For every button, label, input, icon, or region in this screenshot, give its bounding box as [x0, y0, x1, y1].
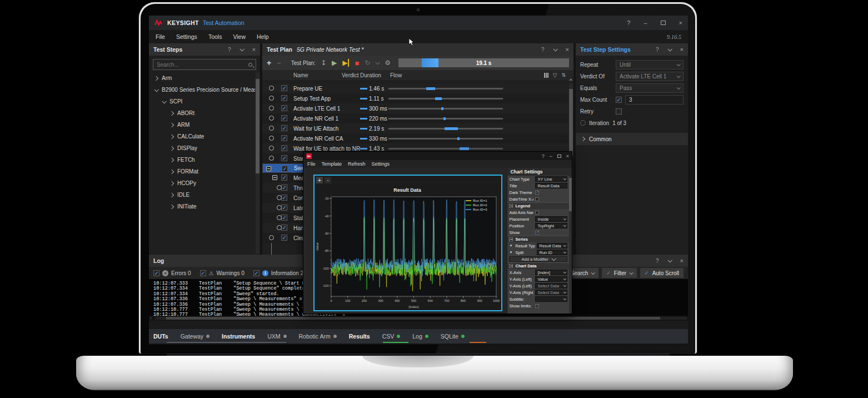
settings-section-legend[interactable]: Legend	[507, 202, 569, 209]
settings-section-chart-data[interactable]: Chart Data	[507, 262, 569, 269]
plan-row[interactable]: Activate NR Cell CA330 ms	[262, 133, 568, 143]
step-enabled-checkbox[interactable]	[281, 235, 287, 241]
step-node-icon[interactable]	[269, 106, 274, 111]
tree-scrollbar[interactable]	[256, 72, 260, 253]
panel-close-icon[interactable]: ×	[566, 46, 569, 53]
step-node-icon[interactable]	[269, 86, 274, 91]
step-enabled-checkbox[interactable]	[281, 135, 287, 141]
stop-icon[interactable]: ■	[355, 59, 359, 67]
step-node-icon[interactable]	[277, 195, 282, 200]
step-enabled-checkbox[interactable]	[281, 195, 287, 201]
settings-select[interactable]: XY Line	[535, 176, 567, 182]
step-enabled-checkbox[interactable]	[281, 155, 287, 161]
log-horizontal-scrollbar[interactable]: ‹	[149, 316, 688, 321]
chart-menu-settings[interactable]: Settings	[372, 161, 390, 167]
step-enabled-checkbox[interactable]	[281, 115, 287, 121]
settings-input[interactable]: Result Data	[535, 183, 567, 188]
plan-row[interactable]: Setup Test App1.11 s	[262, 93, 568, 103]
tree-item-hcopy[interactable]: HCOPy	[149, 177, 255, 189]
step-enabled-checkbox[interactable]	[281, 205, 287, 211]
panel-help-icon[interactable]: ?	[541, 47, 545, 53]
chevron-down-icon[interactable]	[376, 60, 380, 64]
status-gateway[interactable]: Gateway	[181, 333, 209, 340]
step-node-icon[interactable]	[277, 215, 282, 220]
maximize-icon[interactable]	[661, 21, 666, 25]
add-tab-button[interactable]: +	[316, 177, 323, 183]
help-icon[interactable]: ?	[542, 153, 545, 159]
filter-icon[interactable]: ▽	[553, 72, 557, 78]
settings-select[interactable]: Inside	[535, 216, 567, 222]
retry-checkbox[interactable]	[616, 108, 622, 115]
menu-tools[interactable]: Tools	[208, 33, 222, 40]
status-sqlite[interactable]: SQLite	[441, 333, 465, 340]
settings-checkbox[interactable]	[535, 211, 539, 215]
tree-item-scpi[interactable]: SCPI	[149, 96, 255, 107]
chart-menu-file[interactable]: File	[307, 161, 316, 167]
menu-view[interactable]: View	[233, 33, 246, 40]
chevron-right-icon[interactable]	[169, 204, 174, 208]
remove-step-button[interactable]: −	[277, 59, 281, 67]
collapse-icon[interactable]	[509, 264, 513, 268]
maximize-icon[interactable]	[557, 155, 561, 158]
gear-icon[interactable]: ⚙	[385, 59, 391, 67]
auto-scroll-toggle[interactable]: ✓Auto Scroll	[640, 268, 684, 278]
collapse-icon[interactable]	[509, 237, 513, 241]
tree-item-idle[interactable]: IDLE	[149, 189, 255, 201]
step-node-icon[interactable]	[269, 116, 274, 121]
collapse-node-icon[interactable]	[266, 166, 271, 171]
panel-help-icon[interactable]: ?	[656, 258, 659, 264]
equals-select[interactable]: Pass	[616, 83, 684, 93]
tree-item-fetch[interactable]: FETCh	[149, 154, 255, 166]
settings-checkbox[interactable]	[535, 231, 539, 235]
row-height-icon[interactable]: ⇅	[561, 72, 566, 78]
chevron-down-icon[interactable]	[667, 258, 672, 262]
max-count-input[interactable]	[625, 95, 684, 105]
chevron-down-icon[interactable]	[162, 99, 166, 103]
play-icon[interactable]: ▶	[332, 59, 337, 67]
tree-item-arm[interactable]: ARM	[149, 119, 255, 131]
log-filter-error[interactable]: ×Errors 0	[153, 270, 191, 276]
step-enabled-checkbox[interactable]	[281, 95, 287, 101]
step-node-icon[interactable]	[269, 235, 274, 240]
plan-row[interactable]: Activate NR Cell 1220 ms	[262, 113, 568, 123]
tree-item-initiate[interactable]: INITiate	[149, 201, 255, 212]
panel-close-icon[interactable]: ×	[680, 257, 684, 264]
menu-settings[interactable]: Settings	[176, 33, 197, 40]
settings-checkbox[interactable]	[535, 304, 539, 308]
step-enabled-checkbox[interactable]	[281, 145, 287, 151]
menu-help[interactable]: Help	[257, 33, 269, 40]
settings-section-series[interactable]: Series	[507, 236, 569, 242]
close-icon[interactable]: ×	[566, 153, 569, 159]
column-duration[interactable]: Duration	[360, 72, 381, 78]
step-node-icon[interactable]	[277, 185, 282, 190]
close-icon[interactable]: ×	[679, 19, 682, 26]
settings-checkbox[interactable]	[535, 197, 539, 201]
chart-window-titlebar[interactable]: ? – ×	[303, 152, 572, 160]
step-enabled-checkbox[interactable]	[281, 105, 287, 111]
filter-funnel-icon[interactable]: ▼	[509, 244, 513, 247]
export-icon[interactable]: ↧	[321, 59, 326, 67]
status-csv[interactable]: CSV	[382, 333, 401, 340]
step-enabled-checkbox[interactable]	[281, 85, 287, 91]
tree-item-arm[interactable]: Arm	[149, 72, 255, 84]
plan-row[interactable]: Prepare UE1.46 s	[262, 83, 568, 93]
step-enabled-checkbox[interactable]	[281, 225, 287, 231]
status-robotic-arm[interactable]: Robotic Arm	[299, 333, 337, 340]
panel-help-icon[interactable]: ?	[656, 47, 659, 53]
log-filter-info[interactable]: iInformation 28	[253, 270, 307, 276]
scroll-up-icon[interactable]	[569, 78, 573, 82]
result-data-chart[interactable]: Result Data01002003004005006007008009001…	[315, 185, 500, 310]
step-node-icon[interactable]	[269, 136, 274, 141]
repeat-icon[interactable]: ↻	[365, 59, 370, 67]
repeat-select[interactable]: Until	[616, 60, 684, 69]
step-node-icon[interactable]	[277, 225, 282, 230]
status-duts[interactable]: DUTs	[153, 333, 168, 340]
plan-row[interactable]: Wait for UE Attach2.19 s	[262, 123, 568, 133]
status-log[interactable]: Log	[412, 333, 428, 340]
filter-button[interactable]: ✓Filter	[602, 268, 637, 278]
status-results[interactable]: Results	[349, 333, 370, 340]
common-section-toggle[interactable]: Common	[576, 133, 688, 145]
settings-select[interactable]: Select Data	[535, 283, 567, 288]
status-uxm[interactable]: UXM	[267, 333, 286, 340]
panel-close-icon[interactable]: ×	[252, 46, 256, 53]
